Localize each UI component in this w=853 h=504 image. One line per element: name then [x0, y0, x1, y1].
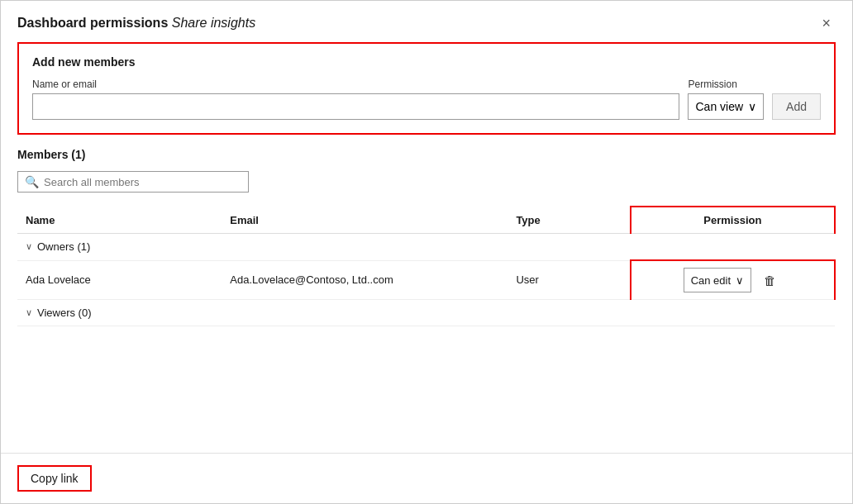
permission-dropdown[interactable]: Can view ∨ [688, 93, 764, 120]
group-label-cell: ∨ Owners (1) [17, 234, 835, 261]
permission-field-group: Permission Can view ∨ [688, 78, 764, 120]
permission-select-value: Can edit [691, 274, 731, 287]
close-button[interactable]: × [817, 14, 836, 32]
search-input[interactable] [44, 176, 241, 188]
col-header-name: Name [17, 207, 222, 234]
search-icon: 🔍 [25, 175, 39, 188]
add-members-heading: Add new members [32, 55, 821, 69]
members-heading: Members (1) [17, 148, 836, 161]
group-chevron-icon[interactable]: ∨ [26, 307, 32, 318]
copy-link-button[interactable]: Copy link [17, 465, 92, 492]
member-permission-cell: Can edit ∨ 🗑 [631, 260, 835, 300]
group-label-cell: ∨ Viewers (0) [17, 300, 835, 326]
dialog-header: Dashboard permissions Share insights × [1, 1, 852, 42]
dialog-title: Dashboard permissions Share insights [17, 16, 255, 31]
member-type: User [508, 260, 630, 300]
name-email-input[interactable] [32, 93, 679, 120]
delete-button[interactable]: 🗑 [758, 268, 782, 292]
permission-controls: Can edit ∨ 🗑 [640, 268, 826, 292]
group-name: Owners (1) [37, 240, 90, 253]
table-header-row: Name Email Type Permission [17, 207, 835, 234]
dialog-footer: Copy link [1, 453, 852, 503]
permission-label: Permission [688, 78, 764, 90]
table-row: Ada Lovelace Ada.Lovelace@Contoso, Ltd..… [17, 260, 835, 300]
member-email: Ada.Lovelace@Contoso, Ltd..com [222, 260, 508, 300]
permission-value: Can view [695, 100, 743, 113]
name-email-label: Name or email [32, 78, 679, 90]
table-row: ∨ Owners (1) [17, 234, 835, 261]
dialog: Dashboard permissions Share insights × A… [0, 0, 853, 504]
permission-select-chevron-icon: ∨ [736, 274, 744, 287]
members-table: Name Email Type Permission ∨ Owners (1) … [17, 206, 836, 326]
name-email-field-group: Name or email [32, 78, 679, 120]
col-header-type: Type [508, 207, 630, 234]
permission-chevron-icon: ∨ [748, 100, 756, 113]
member-name: Ada Lovelace [17, 260, 222, 300]
col-header-email: Email [222, 207, 508, 234]
add-members-row: Name or email Permission Can view ∨ Add [32, 78, 821, 120]
add-members-section: Add new members Name or email Permission… [17, 42, 836, 135]
group-name: Viewers (0) [37, 307, 92, 319]
members-section: Members (1) 🔍 Name Email Type Permission… [1, 148, 852, 453]
search-box: 🔍 [17, 171, 249, 193]
add-button[interactable]: Add [772, 93, 821, 120]
table-row: ∨ Viewers (0) [17, 300, 835, 326]
permission-select[interactable]: Can edit ∨ [684, 268, 751, 292]
group-chevron-icon[interactable]: ∨ [26, 241, 32, 252]
col-header-permission: Permission [631, 207, 835, 234]
